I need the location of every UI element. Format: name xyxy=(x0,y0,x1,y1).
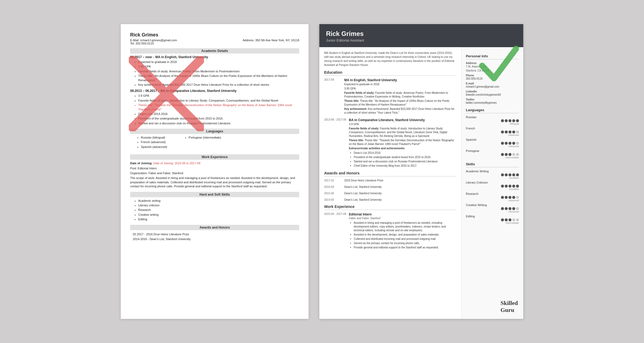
dot xyxy=(501,142,504,145)
skills-section-title: Skills xyxy=(466,162,519,167)
dot xyxy=(501,185,504,188)
right-resume: Rick Grimes Junior Editorial Assistant M… xyxy=(319,24,523,319)
bar-name: Academic Writing xyxy=(466,170,519,173)
award1-date: 2017-02 xyxy=(324,179,342,182)
address-label: Address xyxy=(466,62,519,65)
bar-name: French xyxy=(466,127,519,130)
dot xyxy=(516,142,519,145)
dot-bar xyxy=(466,142,519,145)
languages-section: Russian (bilingual) French (advanced) Sp… xyxy=(130,136,299,151)
dot xyxy=(512,153,515,156)
skilled-guru-logo: Skilled Guru xyxy=(500,300,518,314)
award-entry-2: 2016-06 Dean's List, Stanford University xyxy=(324,185,456,189)
edu1-date: 2017-09 xyxy=(324,78,342,115)
edu2-f2: Thesis title: Thesis title: "Towards the… xyxy=(349,139,456,146)
work1-title: Editorial Intern xyxy=(349,212,456,217)
dot xyxy=(512,207,515,210)
dot-bar xyxy=(466,196,519,199)
linkedin-value: linkedin.com/in/rickygrimes93 xyxy=(466,93,519,97)
dot xyxy=(501,207,504,210)
award-entry-1: 2017-02 2016 Drue Heinz Literature Prize xyxy=(324,179,456,182)
work1-bullets: Assisted in hiring and managing a pool o… xyxy=(349,221,456,249)
work1-b4: Served as the primary contact for incomi… xyxy=(354,241,456,245)
dot xyxy=(508,196,511,199)
dot xyxy=(516,218,519,221)
awards-header: Awards and Honors xyxy=(130,225,299,230)
dot xyxy=(508,131,511,133)
awards-section-title: Awards and Honors xyxy=(324,171,456,177)
dot xyxy=(516,185,519,188)
dot xyxy=(505,119,508,122)
bar-level-label: Advanced xyxy=(466,210,519,213)
edu2-b4: Chief Editor of the University Blog from… xyxy=(354,164,456,168)
dot xyxy=(508,119,511,122)
edu2-b2: Favorite fields of study: Introduction t… xyxy=(138,99,299,103)
bar-name: Creative Writing xyxy=(466,203,519,207)
dot-bar xyxy=(466,131,519,133)
left-tel: Tel: 202-555-0115 xyxy=(130,42,177,45)
dot xyxy=(501,153,504,156)
edu-entry-2: 2013-08 - 2017-06 BA in Comparative Lite… xyxy=(324,118,456,168)
edu2-date-title: 08.2013 – 06.2017 – BA in Comparative Li… xyxy=(130,89,299,93)
bar-level-label: Intermediate xyxy=(466,156,519,159)
edu2-b6: Started and ran a discussion club on Rus… xyxy=(138,121,299,125)
dot xyxy=(516,119,519,122)
work-scope: The scope of work: Assisted in hiring an… xyxy=(130,176,299,188)
dot xyxy=(512,196,515,199)
dot xyxy=(512,142,515,145)
edu2-date: 2013-08 - 2017-06 xyxy=(324,118,346,168)
edu1-b3: Favorite fields of study: American Poetr… xyxy=(138,69,299,73)
dot xyxy=(508,185,511,188)
right-header: Rick Grimes Junior Editorial Assistant xyxy=(319,24,523,47)
right-main: MA Student in English at Stanford Univer… xyxy=(319,47,462,319)
right-summary: MA Student in English at Stanford Univer… xyxy=(324,51,456,67)
phone-value: 202-555-0115 xyxy=(466,77,519,81)
dot-bar xyxy=(466,173,519,176)
award3-text: Dean's List, Stanford University xyxy=(344,192,456,195)
dot xyxy=(512,131,515,133)
left-resume: Rick Grimes E-Mail: richard.f.grimes@gma… xyxy=(121,24,309,319)
phone-label: Phone xyxy=(466,74,519,77)
dot xyxy=(508,142,511,145)
work-org: Organization: Faber and Faber, Stanford xyxy=(130,171,299,175)
email-value: richard.f.grimes@gmail.com xyxy=(466,85,519,89)
work-header: Work Experience xyxy=(130,154,299,160)
award1-text: 2016 Drue Heinz Literature Prize xyxy=(344,179,456,182)
edu2-b3: Thesis title: "Towards the Derridian Dec… xyxy=(138,103,299,111)
edu1-b4: Thesis title: "An Analysis of the Impact… xyxy=(138,74,299,82)
dot xyxy=(508,173,511,176)
dot xyxy=(505,173,508,176)
work1-b1: Assisted in hiring and managing a pool o… xyxy=(354,221,456,232)
award-entry-3: 2015-06 Dean's List, Stanford University xyxy=(324,192,456,195)
skill4: Creative writing xyxy=(138,213,299,217)
skill5: Editing xyxy=(138,217,299,221)
dot xyxy=(512,173,515,176)
award4-date: 2014-06 xyxy=(324,198,342,202)
dot xyxy=(516,131,519,133)
work1-org: Faber and Faber, Stanford xyxy=(349,217,456,220)
dot xyxy=(505,153,508,156)
dot xyxy=(516,153,519,156)
dot xyxy=(516,173,519,176)
bar-name: Literary Criticism xyxy=(466,181,519,184)
bar-level-label: Advanced xyxy=(466,134,519,136)
skill3: Research xyxy=(138,208,299,212)
lang1: Russian (bilingual) xyxy=(141,136,167,140)
left-contact: E-Mail: richard.f.grimes@gmail.com Tel: … xyxy=(130,39,299,45)
edu1-b5: Key achievement: Awarded $15,000 2017 Dr… xyxy=(138,83,299,87)
bar-name: Spanish xyxy=(466,138,519,141)
dot xyxy=(512,218,515,221)
edu1-content: MA in English, Stanford University Expec… xyxy=(344,78,456,115)
bar-name: Russian xyxy=(466,115,519,119)
award-entry-4: 2014-06 Dean's List, Stanford University xyxy=(324,198,456,202)
left-email: E-Mail: richard.f.grimes@gmail.com xyxy=(130,39,177,42)
work1-b3: Collected and distributed incoming mail … xyxy=(354,237,456,241)
right-subtitle: Junior Editorial Assistant xyxy=(326,38,517,42)
edu2-b5: President of the undergraduate student b… xyxy=(138,117,299,121)
dot xyxy=(501,131,504,133)
dot xyxy=(512,119,515,122)
dot xyxy=(516,196,519,199)
email-label: E-mail xyxy=(466,82,519,85)
bar-level-label: Advanced xyxy=(466,199,519,202)
work1-content: Editorial Intern Faber and Faber, Stanfo… xyxy=(349,212,456,250)
